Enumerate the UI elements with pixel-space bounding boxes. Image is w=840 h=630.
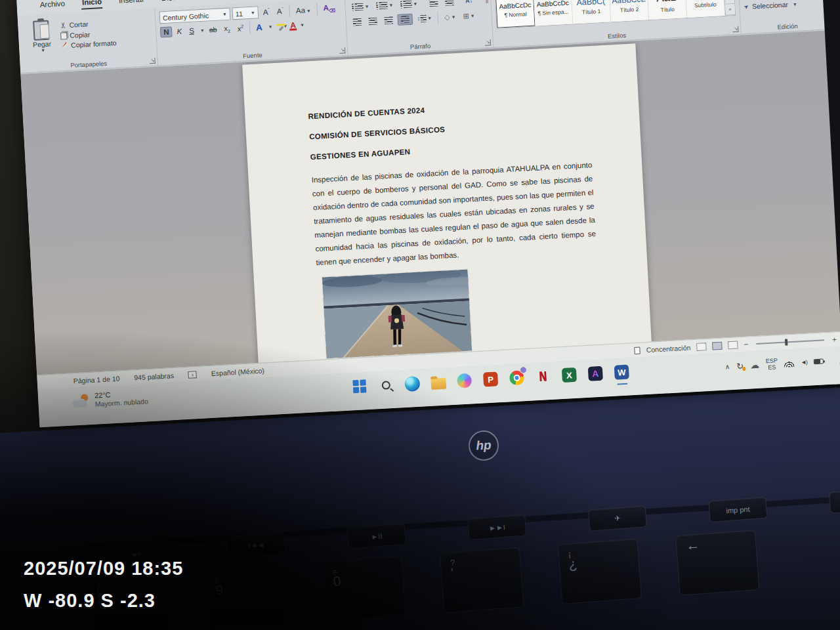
strikethrough-button[interactable]: ab <box>206 25 219 35</box>
key-9: )9 <box>204 564 288 630</box>
subscript-button[interactable]: x2 <box>221 23 233 34</box>
font-family-combobox[interactable]: Century Gothic▼ <box>159 8 231 24</box>
battery-icon[interactable] <box>814 358 824 364</box>
highlight-button[interactable] <box>274 26 280 27</box>
word-button[interactable]: W <box>613 363 631 381</box>
grow-font-button[interactable]: Aˆ <box>260 7 272 17</box>
style-titulo-1[interactable]: AaBbC(Título 1 <box>572 0 612 24</box>
language-indicator[interactable]: Español (México) <box>211 367 265 377</box>
volume-icon[interactable]: ◄) <box>801 359 807 366</box>
show-marks-button[interactable]: ¶ <box>482 0 492 6</box>
font-color-button[interactable]: A <box>289 20 297 30</box>
wifi-icon[interactable] <box>784 359 795 367</box>
dialog-launcher-icon[interactable]: ↘ <box>732 26 738 32</box>
align-right-button[interactable] <box>381 14 396 25</box>
doc-heading-3: GESTIONES EN AGUAPEN <box>310 138 591 161</box>
dialog-launcher-icon[interactable]: ↘ <box>339 47 345 53</box>
key-question: ?' <box>440 547 524 613</box>
web-layout-button[interactable] <box>728 341 738 350</box>
text-effects-button[interactable]: A <box>253 21 265 33</box>
style-sin-espaciado[interactable]: AaBbCcDc¶ Sin espa... <box>534 0 574 26</box>
file-explorer-button[interactable] <box>429 373 447 391</box>
proofing-icon[interactable]: x <box>188 371 198 379</box>
decrease-indent-button[interactable] <box>427 0 441 8</box>
word-count[interactable]: 945 palabras <box>134 371 174 381</box>
cut-button[interactable]: ✂Cortar <box>60 18 116 30</box>
align-center-button[interactable] <box>366 16 380 26</box>
active-app-indicator <box>617 383 627 385</box>
align-left-button[interactable] <box>350 16 364 27</box>
font-size-value: 11 <box>236 9 243 18</box>
tab-insertar[interactable]: Insertar <box>110 0 153 8</box>
borders-button[interactable]: ⊞▼ <box>460 10 478 22</box>
netflix-button[interactable]: N <box>534 368 552 385</box>
italic-button[interactable]: K <box>174 26 184 36</box>
tray-clock[interactable]: 18:3 9/7/202 <box>830 352 840 368</box>
select-button[interactable]: ➤Seleccionar▼ <box>744 0 829 10</box>
copilot-button[interactable] <box>455 371 473 389</box>
justify-button[interactable] <box>397 13 413 25</box>
dialog-launcher-icon[interactable]: ↘ <box>149 58 155 64</box>
numbering-button[interactable]: ▼ <box>373 0 396 10</box>
increase-indent-button[interactable] <box>442 0 457 7</box>
read-mode-button[interactable] <box>696 343 707 351</box>
onedrive-cloud-icon[interactable]: ☁ <box>750 360 760 371</box>
overlay-gps-coords: W -80.9 S -2.3 <box>24 585 183 617</box>
change-case-button[interactable]: Aa▼ <box>293 5 314 15</box>
underline-button[interactable]: S <box>186 26 197 35</box>
folder-icon <box>430 377 446 389</box>
style-normal[interactable]: AaBbCcDc¶ Normal <box>495 0 536 28</box>
tab-archivo[interactable]: Archivo <box>31 0 74 12</box>
superscript-button[interactable]: x2 <box>234 23 246 33</box>
underline-caret[interactable]: ▼ <box>200 28 205 32</box>
zoom-slider-thumb[interactable] <box>785 339 788 345</box>
tab-inicio[interactable]: Inicio <box>74 0 111 10</box>
print-layout-button[interactable] <box>712 342 723 350</box>
taskbar-search-button[interactable] <box>377 376 394 394</box>
zoom-slider[interactable] <box>756 339 824 345</box>
sync-update-icon[interactable]: ↻ <box>736 361 744 371</box>
page-count[interactable]: Página 1 de 10 <box>73 375 119 385</box>
format-painter-button[interactable]: Copiar formato <box>61 39 117 50</box>
change-case-label: Aa <box>295 6 305 14</box>
copy-label: Copiar <box>70 30 91 39</box>
start-button[interactable] <box>350 377 368 395</box>
cursor-icon: ➤ <box>742 3 750 11</box>
indent-icon <box>445 0 454 5</box>
style-subtitulo[interactable]: AaBbCcDSubtítulo <box>686 0 726 18</box>
bullets-button[interactable]: ▼ <box>349 1 372 12</box>
multilevel-list-button[interactable]: ▼ <box>398 0 421 9</box>
text-effects-caret[interactable]: ▼ <box>268 24 272 29</box>
styles-gallery-more[interactable]: ≡ <box>725 4 735 16</box>
excel-button[interactable]: X <box>560 366 578 384</box>
powerpoint-button[interactable]: P <box>482 370 499 388</box>
clock-date: 9/7/202 <box>830 359 840 368</box>
paste-button[interactable]: Pegar ▼ <box>22 17 62 62</box>
shading-button[interactable]: ◇▼ <box>442 10 459 22</box>
font-color-caret[interactable]: ▼ <box>300 22 304 27</box>
line-spacing-button[interactable]: ↕▼ <box>414 12 434 24</box>
keyboard-language-indicator[interactable]: ESP ES <box>766 357 778 371</box>
tray-chevron-icon[interactable]: ∧ <box>725 363 730 370</box>
zoom-in-button[interactable]: + <box>832 335 837 344</box>
bold-button[interactable]: N <box>160 26 173 37</box>
chrome-button[interactable] <box>508 369 526 387</box>
weather-widget[interactable]: 22°C Mayorm. nublado <box>72 388 148 410</box>
document-page[interactable]: RENDICIÓN DE CUENTAS 2024 COMISIÓN DE SE… <box>242 43 652 375</box>
sort-button[interactable]: A↓ <box>463 0 476 5</box>
tab-diseno[interactable]: Diseño <box>152 0 194 6</box>
shrink-font-button[interactable]: Aˇ <box>274 6 286 16</box>
style-titulo[interactable]: AaBTítulo <box>648 0 688 20</box>
dialog-launcher-icon[interactable]: ↘ <box>485 39 491 45</box>
windows-logo-icon <box>352 379 366 393</box>
clear-formatting-button[interactable]: A⌫ <box>320 3 338 15</box>
adobe-button[interactable]: A <box>587 365 604 383</box>
zoom-out-button[interactable]: − <box>744 340 749 349</box>
chrome-profile-badge <box>520 366 528 374</box>
focus-mode-button[interactable]: Concentración <box>646 343 690 354</box>
edge-button[interactable] <box>403 375 421 392</box>
copy-button[interactable]: Copiar <box>60 29 116 40</box>
justify-icon <box>400 15 410 23</box>
style-titulo-2[interactable]: AaBbCcETítulo 2 <box>610 0 650 22</box>
font-size-combobox[interactable]: 11▼ <box>232 6 259 20</box>
